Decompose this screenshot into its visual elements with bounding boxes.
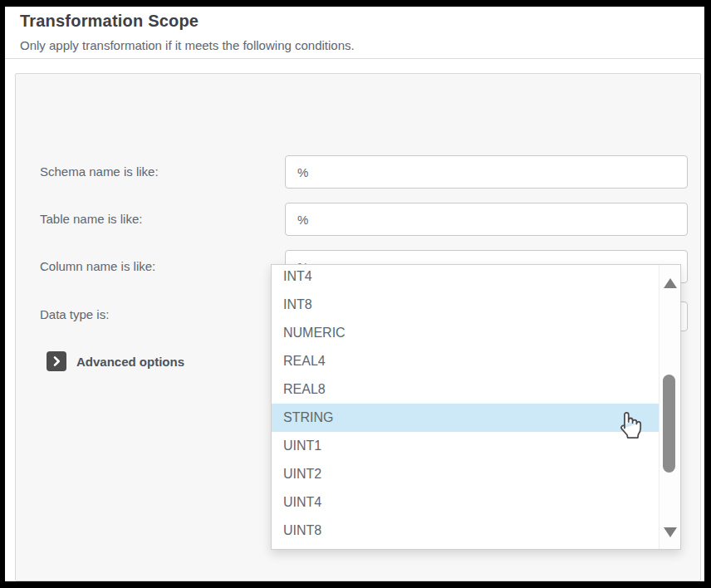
option-int4[interactable]: INT4 xyxy=(272,264,659,291)
page-title: Transformation Scope xyxy=(20,12,199,31)
option-numeric[interactable]: NUMERIC xyxy=(272,319,659,347)
table-name-input[interactable] xyxy=(285,203,688,236)
option-uint1[interactable]: UINT1 xyxy=(272,432,659,460)
advanced-options-toggle[interactable]: Advanced options xyxy=(47,351,184,371)
screenshot-frame: Transformation Scope Only apply transfor… xyxy=(0,0,711,588)
dropdown-scrollbar[interactable] xyxy=(659,265,680,549)
advanced-options-label: Advanced options xyxy=(76,355,184,369)
data-type-option-list: INT4 INT8 NUMERIC REAL4 REAL8 STRING UIN… xyxy=(272,264,659,545)
option-real4[interactable]: REAL4 xyxy=(272,347,659,375)
data-type-label: Data type is: xyxy=(40,300,109,330)
schema-name-label: Schema name is like: xyxy=(40,155,159,189)
option-string[interactable]: STRING xyxy=(272,404,659,432)
option-uint2[interactable]: UINT2 xyxy=(272,460,659,488)
triangle-up-icon[interactable] xyxy=(664,278,677,288)
option-uint8[interactable]: UINT8 xyxy=(272,517,659,545)
triangle-down-icon[interactable] xyxy=(664,527,677,537)
page-subtitle: Only apply transformation if it meets th… xyxy=(20,38,355,52)
option-real8[interactable]: REAL8 xyxy=(272,375,659,404)
table-name-label: Table name is like: xyxy=(40,203,142,236)
chevron-right-icon[interactable] xyxy=(47,351,66,371)
option-int8[interactable]: INT8 xyxy=(272,291,659,319)
scrollbar-thumb[interactable] xyxy=(663,375,675,473)
header-divider xyxy=(5,58,704,59)
option-uint4[interactable]: UINT4 xyxy=(272,488,659,517)
schema-name-input[interactable] xyxy=(285,155,688,189)
data-type-dropdown: INT4 INT8 NUMERIC REAL4 REAL8 STRING UIN… xyxy=(271,264,681,550)
column-name-label: Column name is like: xyxy=(40,250,155,283)
transformation-scope-page: Transformation Scope Only apply transfor… xyxy=(5,7,704,581)
